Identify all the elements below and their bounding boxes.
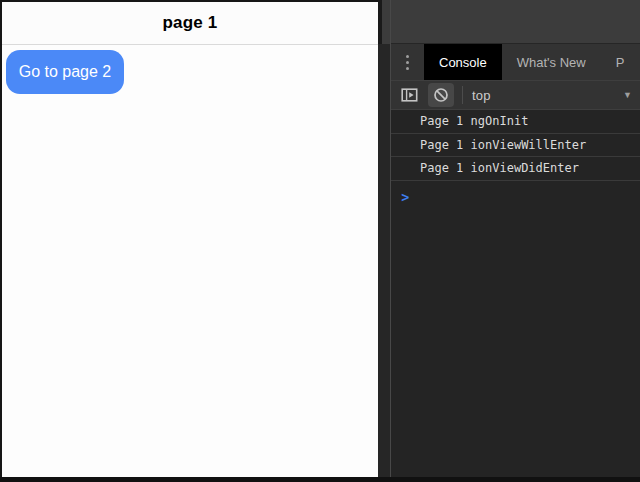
app-content: Go to page 2 [2,50,378,94]
tab-whats-new[interactable]: What's New [502,44,601,80]
frame-context-selector[interactable]: top [472,88,491,103]
devtools-top-area [391,0,640,44]
app-header: page 1 [2,2,378,45]
devtools-panel: Console What's New P top ▼ [390,0,640,477]
console-message: Page 1 ionViewDidEnter [391,157,640,181]
panel-play-glyph [401,87,418,103]
clear-console-icon[interactable] [428,83,454,107]
console-prompt[interactable]: > [391,181,640,206]
tab-console[interactable]: Console [424,44,502,80]
panel-divider-top-gray [382,0,390,44]
screenshot-root: page 1 Go to page 2 Console What's New P [0,0,640,482]
toolbar-separator [462,86,463,104]
kebab-menu-icon[interactable] [391,44,424,80]
console-message: Page 1 ngOnInit [391,110,640,134]
go-to-page-2-button[interactable]: Go to page 2 [6,50,124,94]
circle-slash-glyph [433,87,449,103]
tab-partial-clipped[interactable]: P [601,44,640,80]
page-title: page 1 [162,13,217,33]
console-message: Page 1 ionViewWillEnter [391,134,640,158]
dropdown-arrow-icon[interactable]: ▼ [623,90,632,100]
kebab-dot [406,67,409,70]
console-toolbar: top ▼ [391,80,640,110]
kebab-dot [406,55,409,58]
devtools-tab-bar: Console What's New P [391,44,640,80]
prompt-chevron-icon: > [401,189,409,205]
console-output: Page 1 ngOnInit Page 1 ionViewWillEnter … [391,110,640,206]
app-preview: page 1 Go to page 2 [0,0,378,477]
panel-divider [378,0,390,477]
show-console-sidebar-icon[interactable] [396,83,422,107]
kebab-dot [406,61,409,64]
bottom-bar [0,477,640,482]
